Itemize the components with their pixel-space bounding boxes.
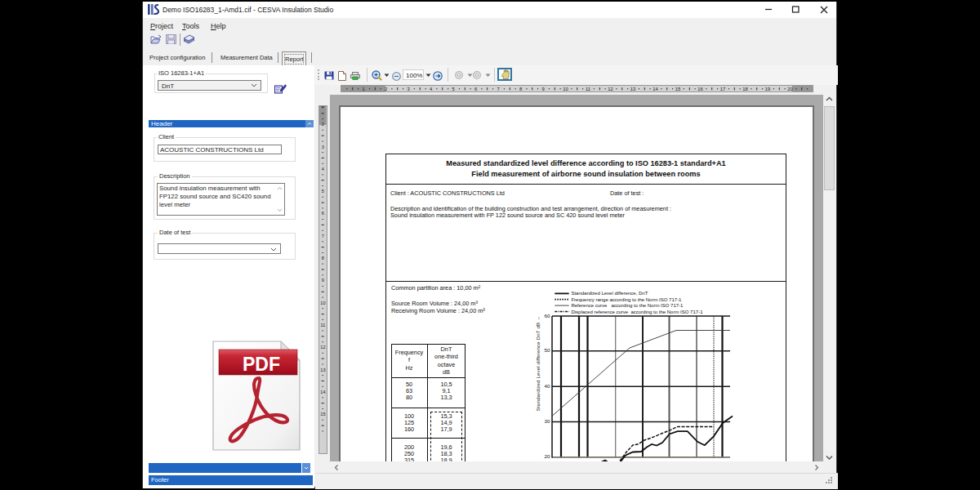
svg-text:Frequency range according to t: Frequency range according to the Norm IS…	[571, 296, 682, 301]
svg-text:8: 8	[519, 87, 522, 91]
svg-text:4: 4	[322, 167, 324, 172]
svg-text:PDF: PDF	[243, 354, 280, 375]
svg-text:20: 20	[545, 453, 550, 459]
svg-text:7: 7	[497, 87, 499, 91]
svg-text:3: 3	[322, 145, 324, 149]
svg-text:50: 50	[545, 347, 550, 353]
svg-text:30: 30	[545, 418, 550, 424]
svg-text:1: 1	[362, 87, 364, 91]
svg-text:8: 8	[322, 256, 324, 261]
svg-text:12: 12	[608, 87, 612, 91]
svg-text:6: 6	[474, 87, 477, 91]
svg-text:15: 15	[320, 412, 325, 416]
svg-text:11: 11	[586, 87, 590, 91]
svg-text:19: 19	[765, 87, 770, 91]
svg-text:Displaced reference curve acc: Displaced reference curve according to t…	[571, 309, 703, 314]
svg-text:10: 10	[320, 301, 325, 305]
svg-text:16: 16	[697, 87, 702, 91]
svg-text:7: 7	[322, 234, 324, 238]
svg-text:9: 9	[322, 278, 324, 283]
svg-text:13: 13	[320, 368, 325, 372]
svg-text:6: 6	[322, 211, 324, 216]
svg-text:5: 5	[452, 87, 454, 91]
svg-text:11: 11	[321, 323, 326, 327]
svg-text:5: 5	[322, 189, 324, 194]
svg-text:10: 10	[563, 87, 568, 91]
svg-text:40: 40	[545, 382, 550, 388]
svg-text:17: 17	[720, 87, 725, 91]
svg-text:3: 3	[407, 87, 409, 91]
svg-text:13: 13	[630, 87, 635, 91]
svg-text:9: 9	[541, 87, 544, 91]
svg-text:20: 20	[787, 87, 792, 91]
svg-text:18: 18	[742, 87, 747, 91]
svg-text:15: 15	[675, 87, 680, 91]
svg-text:Standardized Level difference: Standardized Level difference DnT dB →	[536, 315, 541, 410]
svg-text:14: 14	[653, 87, 658, 91]
svg-text:Standardized Level difference,: Standardized Level difference, DnT	[571, 291, 648, 296]
svg-text:12: 12	[320, 345, 325, 350]
svg-text:14: 14	[320, 390, 325, 394]
svg-text:60: 60	[545, 312, 550, 318]
svg-text:2: 2	[385, 87, 387, 91]
svg-text:2: 2	[322, 122, 324, 127]
svg-text:Reference curve according to: Reference curve according to the Norm IS…	[571, 303, 684, 308]
